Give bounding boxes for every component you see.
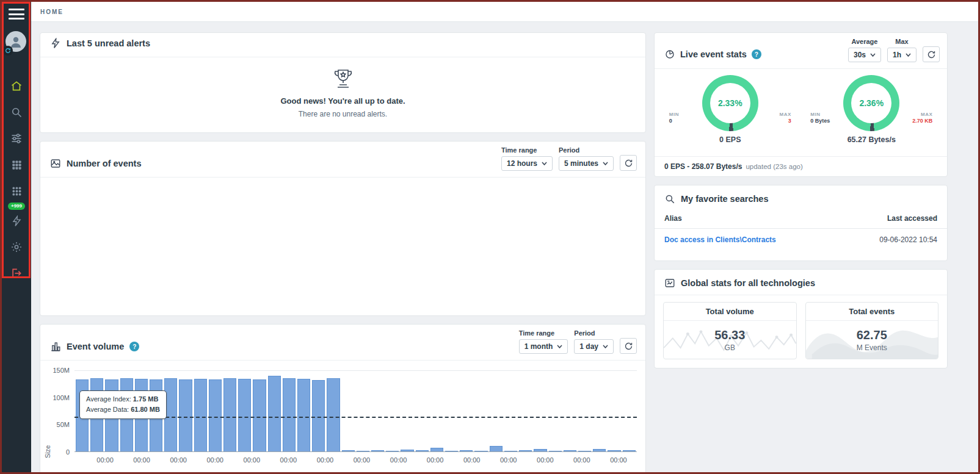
x-tick-label: 00:00 [87, 456, 123, 464]
donut-chart: 2.33% [702, 75, 758, 131]
bar [445, 451, 458, 451]
bar [490, 446, 503, 451]
search-icon [664, 193, 675, 204]
bar [593, 449, 606, 451]
refresh-button[interactable] [923, 46, 940, 62]
y-axis-title: Size [44, 376, 51, 458]
dashboard: Last 5 unread alerts G [31, 22, 978, 472]
sidebar-item-alerts[interactable] [7, 212, 26, 229]
gear-icon [10, 241, 23, 253]
chart-tooltip: Average Index: 1.75 MB Average Data: 61.… [79, 390, 167, 419]
sidebar: +999 [2, 2, 31, 472]
bar [504, 451, 517, 451]
bar-chart-icon [50, 341, 61, 352]
bar [549, 451, 562, 451]
sidebar-item-filters[interactable] [7, 130, 26, 147]
eps-donut-group: MIN 0 2.33% MAX 3 [659, 75, 801, 156]
chevron-down-icon [906, 53, 911, 57]
refresh-icon [624, 159, 633, 168]
chevron-down-icon [542, 162, 547, 165]
x-tick-label: 00:00 [343, 456, 380, 464]
time-range-label: Time range [501, 146, 537, 154]
x-tick-label: 00:00 [123, 456, 160, 464]
favorite-search-link[interactable]: Doc access in Clients\Contracts [664, 235, 776, 244]
card-title: Last 5 unread alerts [67, 38, 150, 48]
x-tick-label: 00:00 [233, 456, 270, 464]
card-title: Global stats for all technologies [681, 278, 815, 288]
stats-report-icon [664, 278, 675, 289]
sync-icon [3, 46, 13, 56]
y-tick-label: 150M [53, 367, 70, 374]
average-label: Average [851, 38, 877, 45]
sidebar-item-settings[interactable] [7, 239, 26, 256]
column-last-accessed: Last accessed [887, 214, 937, 223]
breadcrumb: HOME [40, 9, 64, 15]
favorites-rows: Doc access in Clients\Contracts09-06-202… [655, 229, 947, 251]
time-range-select[interactable]: 1 month [519, 339, 568, 354]
help-icon[interactable] [752, 49, 761, 59]
period-select[interactable]: 1 day [574, 339, 614, 354]
y-tick-label: 100M [53, 394, 70, 401]
total-events-unit: M Events [857, 343, 887, 352]
home-icon [10, 80, 23, 92]
bar [474, 451, 487, 451]
card-title: Live event stats [680, 49, 747, 59]
sliders-icon [10, 132, 23, 145]
search-icon [10, 106, 23, 118]
refresh-icon [624, 342, 633, 351]
sidebar-item-home[interactable] [7, 77, 26, 95]
refresh-button[interactable] [620, 155, 637, 171]
bar [416, 450, 429, 451]
favorite-search-date: 09-06-2022 10:54 [879, 235, 937, 244]
total-volume-value: 56.33 [714, 328, 745, 342]
chevron-down-icon [603, 345, 608, 348]
sidebar-nav: +999 [7, 77, 26, 291]
sidebar-item-search-templates[interactable] [7, 182, 26, 199]
lightning-icon [11, 215, 23, 227]
event-volume-chart: Average Index: 1.75 MB Average Data: 61.… [74, 370, 637, 452]
x-tick-label: 00:00 [600, 456, 637, 464]
period-select[interactable]: 5 minutes [559, 156, 614, 171]
x-tick-label: 00:00 [527, 456, 564, 464]
x-tick-label: 00:00 [454, 456, 490, 464]
bar [578, 451, 591, 451]
help-icon[interactable] [129, 342, 139, 351]
bar [460, 450, 473, 451]
chevron-down-icon [870, 53, 876, 57]
bar [608, 450, 620, 451]
favorites-table-header: Alias Last accessed [655, 209, 947, 229]
bar [623, 450, 636, 451]
sidebar-item-search[interactable] [7, 104, 26, 121]
total-events-value: 62.75 [857, 328, 887, 342]
x-tick-label: 00:00 [490, 456, 527, 464]
max-select[interactable]: 1h [887, 48, 916, 62]
sidebar-item-logout[interactable] [7, 265, 26, 282]
sidebar-item-dashboards[interactable] [7, 156, 26, 173]
time-range-select[interactable]: 12 hours [501, 156, 553, 171]
column-alias: Alias [664, 214, 682, 223]
donut-chart: 2.36% [843, 75, 899, 131]
bar [179, 379, 192, 451]
topbar: HOME [31, 2, 978, 22]
menu-button[interactable] [7, 7, 26, 21]
card-title: Event volume [67, 342, 124, 351]
bar [430, 448, 443, 451]
logout-icon [10, 267, 23, 279]
donut-caption: 65.27 Bytes/s [848, 135, 896, 144]
total-volume-unit: GB [725, 343, 735, 352]
x-tick-label: 00:00 [417, 456, 454, 464]
bar [297, 379, 310, 451]
user-avatar[interactable] [5, 31, 27, 53]
bar [342, 450, 355, 451]
chevron-down-icon [557, 345, 562, 348]
bar [253, 379, 266, 451]
average-select[interactable]: 30s [848, 48, 881, 62]
y-tick-label: 50M [57, 421, 70, 428]
lightning-icon [50, 38, 61, 49]
bytes-donut-group: MIN 0 Bytes 2.36% MAX 2.70 KB [801, 75, 943, 156]
bar [283, 378, 296, 451]
chevron-down-icon [603, 162, 608, 165]
period-label: Period [559, 146, 579, 154]
bar [268, 376, 281, 451]
refresh-button[interactable] [620, 338, 637, 354]
